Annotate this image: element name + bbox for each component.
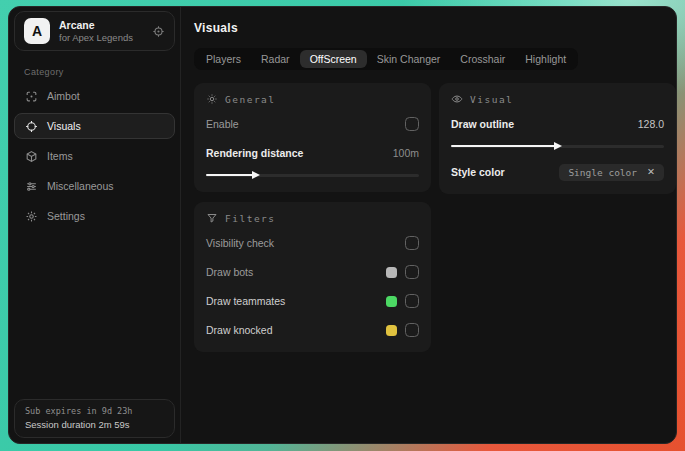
sidebar-nav: Aimbot Visuals Items: [9, 83, 180, 229]
draw-knocked-checkbox[interactable]: [405, 323, 419, 337]
sidebar-item-visuals[interactable]: Visuals: [14, 113, 175, 139]
sun-icon: [206, 93, 218, 105]
sidebar-item-label: Items: [47, 150, 73, 162]
sidebar-item-label: Visuals: [47, 120, 81, 132]
panel-title: General: [225, 94, 276, 105]
sidebar-item-settings[interactable]: Settings: [14, 203, 175, 229]
app-window: A Arcane for Apex Legends Category: [8, 6, 677, 444]
sidebar: A Arcane for Apex Legends Category: [9, 7, 181, 443]
tab-highlight[interactable]: Highlight: [515, 50, 576, 68]
sidebar-item-label: Miscellaneous: [47, 180, 114, 192]
draw-teammates-label: Draw teammates: [206, 295, 285, 307]
draw-teammates-checkbox[interactable]: [405, 294, 419, 308]
box-icon: [25, 150, 38, 163]
sidebar-item-aimbot[interactable]: Aimbot: [14, 83, 175, 109]
sidebar-item-items[interactable]: Items: [14, 143, 175, 169]
session-duration-text: Session duration 2m 59s: [25, 419, 164, 430]
visuals-tabbar: Players Radar OffScreen Skin Changer Cro…: [194, 48, 578, 70]
visual-panel: Visual Draw outline 128.0 Style color Si…: [439, 83, 676, 194]
rendering-distance-slider[interactable]: [206, 170, 419, 180]
draw-knocked-label: Draw knocked: [206, 324, 273, 336]
close-icon[interactable]: ✕: [647, 167, 655, 177]
app-logo: A: [24, 18, 50, 44]
tab-skin-changer[interactable]: Skin Changer: [367, 50, 451, 68]
scan-icon: [25, 90, 38, 103]
draw-bots-color-swatch[interactable]: [386, 267, 397, 278]
funnel-icon: [206, 212, 218, 224]
general-panel: General Enable Rendering distance 100m: [194, 83, 431, 192]
app-subtitle: for Apex Legends: [59, 32, 143, 44]
tab-radar[interactable]: Radar: [251, 50, 300, 68]
visibility-check-checkbox[interactable]: [405, 236, 419, 250]
draw-outline-slider[interactable]: [451, 141, 664, 151]
sidebar-item-label: Aimbot: [47, 90, 80, 102]
main-content: Visuals Players Radar OffScreen Skin Cha…: [181, 7, 677, 443]
draw-bots-label: Draw bots: [206, 266, 253, 278]
slider-fill: [451, 145, 555, 147]
style-color-label: Style color: [451, 166, 505, 178]
draw-teammates-color-swatch[interactable]: [386, 296, 397, 307]
gear-icon: [25, 210, 38, 223]
crosshair-icon: [25, 120, 38, 133]
category-label: Category: [24, 67, 180, 77]
style-color-select[interactable]: Single color ✕: [559, 164, 664, 181]
style-color-value: Single color: [568, 167, 637, 178]
sliders-icon: [25, 180, 38, 193]
draw-outline-value: 128.0: [638, 118, 664, 130]
sidebar-item-miscellaneous[interactable]: Miscellaneous: [14, 173, 175, 199]
sub-expires-text: Sub expires in 9d 23h: [25, 406, 164, 416]
visibility-check-label: Visibility check: [206, 237, 274, 249]
app-header-card: A Arcane for Apex Legends: [14, 11, 175, 51]
rendering-distance-label: Rendering distance: [206, 147, 303, 159]
panel-title: Visual: [470, 94, 513, 105]
panel-title: Filters: [225, 213, 276, 224]
sidebar-item-label: Settings: [47, 210, 85, 222]
gear-icon[interactable]: [152, 25, 165, 38]
draw-knocked-color-swatch[interactable]: [386, 325, 397, 336]
enable-label: Enable: [206, 118, 239, 130]
subscription-info-card: Sub expires in 9d 23h Session duration 2…: [14, 399, 175, 438]
app-name: Arcane: [59, 19, 143, 32]
rendering-distance-value: 100m: [393, 147, 419, 159]
enable-checkbox[interactable]: [405, 117, 419, 131]
filters-panel: Filters Visibility check Draw bots: [194, 202, 431, 352]
draw-outline-label: Draw outline: [451, 118, 514, 130]
eye-icon: [451, 93, 463, 105]
tab-players[interactable]: Players: [196, 50, 251, 68]
draw-bots-checkbox[interactable]: [405, 265, 419, 279]
tab-offscreen[interactable]: OffScreen: [300, 50, 367, 68]
tab-crosshair[interactable]: Crosshair: [450, 50, 515, 68]
slider-fill: [206, 174, 253, 176]
page-title: Visuals: [194, 21, 676, 35]
